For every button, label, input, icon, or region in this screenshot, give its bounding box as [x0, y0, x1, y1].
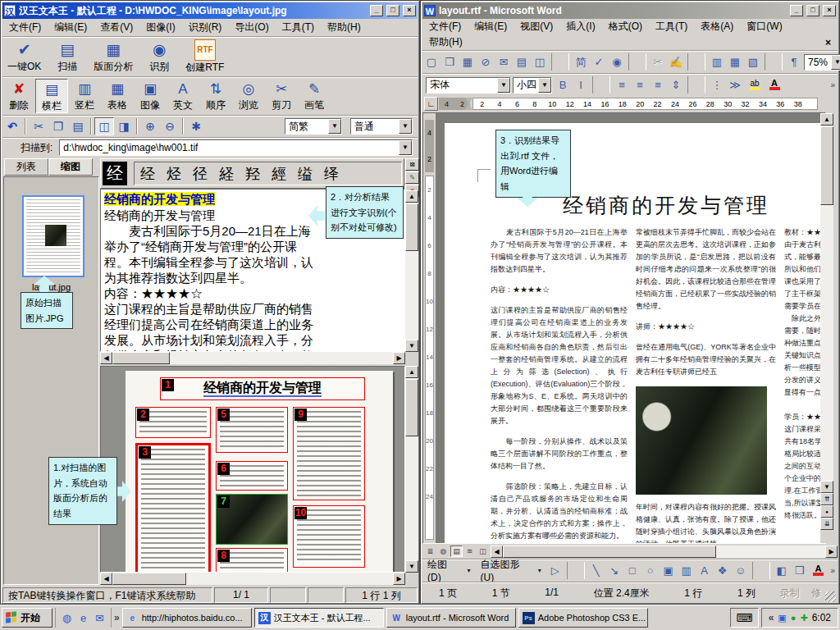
- menu-item[interactable]: 导出(O): [228, 19, 275, 36]
- tab-selector[interactable]: ∟: [424, 97, 438, 111]
- quick-tool-button[interactable]: [136, 118, 138, 135]
- region-box[interactable]: 5: [216, 407, 288, 453]
- taskbar-task-ie[interactable]: e http://hiphotos.baidu.co...: [122, 608, 252, 628]
- view-text-image-icon[interactable]: ◫: [94, 117, 114, 135]
- ocr-text-line[interactable]: 发展。从市场计划和策划流程入手，分: [104, 332, 401, 348]
- taskbar-task-word[interactable]: W layout.rtf - Microsoft Word: [386, 608, 516, 628]
- quick-tool-button[interactable]: [90, 118, 92, 135]
- align-left-icon[interactable]: ≡: [613, 76, 631, 94]
- close-button[interactable]: ×: [403, 5, 416, 16]
- font-color-icon[interactable]: A: [810, 562, 827, 579]
- menu-item[interactable]: 图像(I): [139, 19, 181, 36]
- align-center-icon[interactable]: ≡: [631, 76, 649, 94]
- preview-vscrollbar[interactable]: ▲ ▼: [405, 366, 418, 573]
- cut-icon[interactable]: ✂: [29, 117, 48, 135]
- wordart-icon[interactable]: A: [696, 562, 714, 579]
- menu-item[interactable]: 识别(R): [182, 19, 229, 36]
- region-box[interactable]: 2: [135, 407, 211, 438]
- ocr-text-line[interactable]: 举办了“经销商开发与管理”的公开课: [104, 239, 401, 254]
- close-result-icon[interactable]: ⊠: [405, 158, 419, 171]
- taskbar-task-hanwang[interactable]: 汉 汉王文本王 - 默认工程...: [254, 608, 384, 628]
- word-vscrollbar[interactable]: ▲ ▼ ⇈ ● ⇊: [820, 113, 833, 543]
- keyboard-icon[interactable]: ⌨: [736, 611, 752, 624]
- sidebar-tab[interactable]: 列表: [4, 158, 48, 176]
- format-button[interactable]: [592, 76, 610, 94]
- open-folder-icon[interactable]: ❒: [441, 53, 459, 71]
- research-icon[interactable]: ◉: [608, 53, 626, 71]
- select-browse-object-icon[interactable]: ●: [820, 505, 833, 518]
- region-box[interactable]: 8: [216, 548, 288, 573]
- internet-explorer-icon[interactable]: e: [75, 610, 91, 626]
- hanwang-titlebar[interactable]: 汉 汉王文本王 - 默认工程 - D:\HWDOC_KING\image\lay…: [2, 2, 418, 19]
- reading-view-icon[interactable]: ◫: [477, 546, 489, 557]
- line-spacing-icon[interactable]: ⇕: [667, 76, 685, 94]
- ocr-headline[interactable]: 经销商的开发与管理: [104, 192, 215, 206]
- scissors-icon[interactable]: ✂剪刀: [265, 79, 298, 113]
- candidate-character[interactable]: 绎: [318, 164, 345, 184]
- menu-item[interactable]: 格式(O): [602, 18, 649, 35]
- cut-icon[interactable]: ✂: [649, 53, 667, 71]
- column-1[interactable]: 麦古利国际于5月20—21日在上海举办了“经销商开发与管理”的公开课程。本刊编辑…: [491, 226, 628, 544]
- font-name-combo[interactable]: 宋体▼: [426, 77, 511, 94]
- candidate-character[interactable]: 径: [187, 164, 213, 184]
- toolbar-options-icon[interactable]: »: [828, 80, 838, 89]
- line-icon[interactable]: ╲: [587, 562, 605, 579]
- insert-excel-icon[interactable]: ▧: [744, 53, 762, 71]
- update-icon[interactable]: ✚: [800, 613, 807, 623]
- column-2[interactable]: 常被细枝末节弄得手忙脚乱，而较少会站在更高的层次去思考。这次培训课程，正如参加的…: [636, 226, 776, 544]
- toolbar-button[interactable]: [628, 53, 646, 71]
- menu-item[interactable]: 查看(V): [94, 19, 139, 36]
- chevron-down-icon[interactable]: ▼: [328, 119, 341, 134]
- spelling-icon[interactable]: ✓: [590, 53, 608, 71]
- quick-launch-overflow-icon[interactable]: »: [114, 612, 120, 623]
- region-box[interactable]: 10: [293, 505, 365, 568]
- mode-combo[interactable]: 普通▼: [350, 118, 413, 135]
- menu-item[interactable]: 编辑(E): [48, 19, 94, 36]
- candidate-character[interactable]: 羟: [240, 164, 266, 184]
- ocr-text-hscrollbar[interactable]: ◀ ▶: [100, 352, 405, 364]
- chevron-down-icon[interactable]: ▼: [399, 119, 412, 134]
- quick-tool-button[interactable]: [182, 118, 184, 135]
- menu-item[interactable]: 文件(F): [422, 18, 468, 35]
- drawing-toolbar-icon[interactable]: ▥: [708, 53, 726, 71]
- layout-analysis-icon[interactable]: ▦版面分析: [89, 39, 138, 75]
- candidate-character[interactable]: 缢: [292, 164, 318, 184]
- image-region-icon[interactable]: ▣图像: [134, 79, 167, 113]
- region-box[interactable]: 3: [135, 443, 211, 573]
- document-page[interactable]: 3．识别结果导出到.rtf 文件，用Word进行编辑 经销商的开发与管理 麦古利…: [445, 123, 826, 544]
- candidate-character[interactable]: 烃: [161, 164, 187, 184]
- menu-item[interactable]: 视图(V): [514, 18, 559, 35]
- font-color-icon[interactable]: A: [765, 76, 783, 94]
- word-hscrollbar[interactable]: ◀ ▶: [491, 546, 838, 558]
- menu-item[interactable]: 帮助(H): [321, 19, 368, 36]
- zoom-combo[interactable]: 75%▼: [804, 54, 840, 71]
- scan-path-value[interactable]: d:\hwdoc_king\image\hw001.tif: [60, 142, 399, 153]
- numbering-icon[interactable]: ⋮: [708, 76, 726, 94]
- horizontal-column-icon[interactable]: ▤横栏: [35, 79, 68, 113]
- zoom-out-icon[interactable]: ⊖: [160, 117, 180, 135]
- toolbar-button[interactable]: [765, 53, 783, 71]
- word-titlebar[interactable]: W layout.rtf - Microsoft Word _ □ ×: [422, 2, 838, 19]
- table-icon[interactable]: ▦表格: [101, 79, 134, 113]
- maximize-button[interactable]: □: [386, 5, 399, 16]
- paintbrush-icon[interactable]: ✎画笔: [298, 79, 331, 113]
- region-box[interactable]: 6: [216, 461, 288, 491]
- format-button[interactable]: [687, 76, 705, 94]
- autoshapes-menu-button[interactable]: 自选图形(U): [476, 558, 533, 583]
- region-box[interactable]: 9: [293, 407, 365, 500]
- undo-icon[interactable]: ↶: [2, 117, 22, 135]
- ocr-text-line[interactable]: 经理们提高公司在经销商渠道上的业务: [104, 317, 401, 332]
- drawing-button[interactable]: [567, 562, 585, 579]
- chevron-down-icon[interactable]: ▼: [399, 140, 412, 155]
- web-layout-view-icon[interactable]: ◍: [437, 546, 450, 557]
- email-icon[interactable]: ✉: [495, 53, 513, 71]
- sidebar-tab[interactable]: 缩图: [48, 158, 93, 176]
- oval-icon[interactable]: ○: [641, 562, 660, 579]
- toolbar-button[interactable]: [687, 53, 705, 71]
- region-box-title[interactable]: 1 经销商的开发与管理: [160, 377, 365, 400]
- simplified-traditional-combo[interactable]: 简繁▼: [285, 118, 342, 135]
- recognize-icon[interactable]: ◉识别: [138, 39, 180, 75]
- clipart-icon[interactable]: ☺: [732, 562, 750, 579]
- chinese-convert-icon[interactable]: 简: [572, 53, 590, 71]
- menu-item[interactable]: 编辑(E): [468, 18, 514, 35]
